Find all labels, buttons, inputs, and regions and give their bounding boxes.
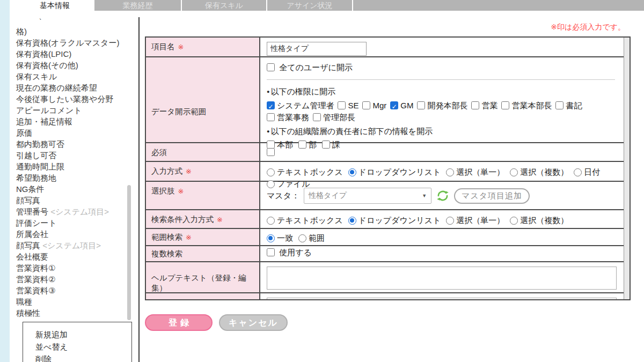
- sidebar-item[interactable]: 原価: [16, 127, 119, 138]
- sidebar-item[interactable]: 引越し可否: [16, 150, 119, 161]
- action-item[interactable]: 新規追加: [23, 328, 131, 341]
- radio-unchecked-icon[interactable]: [510, 168, 518, 176]
- radio-unchecked-icon[interactable]: [446, 168, 454, 176]
- checkbox-unchecked-icon[interactable]: [417, 101, 425, 109]
- sidebar-item[interactable]: 通勤時間上限: [16, 161, 119, 172]
- checkbox-unchecked-icon[interactable]: [322, 141, 330, 149]
- radio-unchecked-icon[interactable]: [298, 234, 306, 242]
- sidebar-item[interactable]: 積極性: [16, 307, 119, 319]
- checkbox-unchecked-icon[interactable]: [298, 141, 306, 149]
- sidebar-item[interactable]: 今後従事したい業務や分野: [16, 93, 119, 105]
- range-search-option[interactable]: 範囲: [298, 232, 325, 244]
- multi-search-option[interactable]: 使用する: [267, 248, 312, 258]
- item-name-input[interactable]: [267, 42, 367, 56]
- sidebar-item-label: 保有資格(オラクルマスター): [16, 38, 119, 47]
- sidebar-item[interactable]: アピールコメント: [16, 105, 119, 116]
- action-item[interactable]: 削除: [23, 353, 131, 362]
- required-mark: ※: [178, 187, 184, 195]
- sidebar-item[interactable]: 追加・補足情報: [16, 116, 119, 127]
- register-button[interactable]: 登録: [145, 314, 213, 331]
- sidebar-item[interactable]: 都内勤務可否: [16, 138, 119, 150]
- radio-unchecked-icon[interactable]: [446, 217, 454, 225]
- sidebar-item[interactable]: 営業資料①: [16, 262, 119, 274]
- role-option[interactable]: Mgr: [362, 100, 386, 112]
- checkbox-unchecked-icon[interactable]: [313, 113, 321, 121]
- sidebar-item[interactable]: 評価シート: [16, 217, 119, 228]
- role-option[interactable]: 管理部長: [313, 112, 355, 123]
- sidebar-scrollbar-thumb[interactable]: [127, 185, 131, 320]
- checkbox-checked-icon[interactable]: [267, 101, 275, 109]
- sidebar-item[interactable]: 保有資格(LPIC): [16, 48, 119, 60]
- sidebar-item[interactable]: 会社概要: [16, 251, 119, 262]
- radio-unchecked-icon[interactable]: [267, 217, 275, 225]
- checkbox-unchecked-icon[interactable]: [338, 101, 346, 109]
- sidebar-item[interactable]: 顔写真 <システム項目>: [16, 240, 119, 251]
- sidebar-item[interactable]: NG条件: [16, 183, 119, 195]
- search-input-method-option[interactable]: テキストボックス: [267, 215, 343, 226]
- checkbox-unchecked-icon[interactable]: [267, 113, 275, 121]
- sidebar-item[interactable]: 営業資料③: [16, 285, 119, 296]
- checkbox-unchecked-icon[interactable]: [267, 63, 275, 71]
- sidebar-item[interactable]: 現在の業務の継続希望: [16, 82, 119, 93]
- checkbox-unchecked-icon[interactable]: [471, 101, 479, 109]
- sidebar-item[interactable]: 保有資格(その他): [16, 60, 119, 71]
- input-method-option[interactable]: 選択（単一）: [446, 166, 504, 178]
- sidebar-item-label: 引越し可否: [16, 151, 56, 160]
- input-method-option[interactable]: 選択（複数）: [510, 166, 568, 178]
- checkbox-unchecked-icon[interactable]: [362, 101, 370, 109]
- role-option[interactable]: システム管理者: [267, 100, 334, 112]
- all-users-option[interactable]: 全てのユーザに開示: [267, 62, 353, 73]
- required-checkbox[interactable]: [267, 148, 275, 156]
- radio-unchecked-icon[interactable]: [267, 168, 275, 176]
- radio-unchecked-icon[interactable]: [510, 217, 518, 225]
- master-select[interactable]: 性格タイプ ▼: [304, 188, 431, 204]
- tab-basic-info[interactable]: 基本情報: [16, 0, 93, 11]
- sidebar-item[interactable]: 所属会社: [16, 228, 119, 240]
- sidebar-item-label: 格): [16, 27, 27, 36]
- checkbox-unchecked-icon[interactable]: [267, 248, 275, 256]
- add-master-item-button[interactable]: マスタ項目追加: [454, 188, 530, 204]
- checkbox-unchecked-icon[interactable]: [267, 141, 275, 149]
- sidebar-item[interactable]: 保有スキル: [16, 71, 119, 82]
- row-help-text: ヘルプテキスト（登録・編集）: [146, 262, 624, 293]
- role-option[interactable]: 開発本部長: [417, 100, 467, 112]
- input-method-option[interactable]: 日付: [574, 166, 600, 178]
- refresh-icon[interactable]: [436, 189, 450, 203]
- range-search-option[interactable]: 一致: [267, 232, 293, 244]
- radio-unchecked-icon[interactable]: [574, 168, 582, 176]
- radio-checked-icon[interactable]: [348, 217, 356, 225]
- search-input-method-option[interactable]: 選択（単一）: [446, 215, 504, 226]
- checkbox-checked-icon[interactable]: [390, 101, 398, 109]
- tab-work-history[interactable]: 業務経歴: [94, 0, 181, 11]
- input-method-option[interactable]: ドロップダウンリスト: [348, 166, 441, 178]
- sidebar-item[interactable]: 職種: [16, 296, 119, 307]
- radio-checked-icon[interactable]: [348, 168, 356, 176]
- tab-skills[interactable]: 保有スキル: [182, 0, 266, 11]
- role-option[interactable]: 書記: [555, 100, 582, 112]
- input-method-option[interactable]: テキストボックス: [267, 166, 343, 178]
- action-item[interactable]: 並べ替え: [23, 341, 131, 353]
- radio-checked-icon[interactable]: [267, 234, 275, 242]
- role-option[interactable]: GM: [390, 100, 413, 112]
- cancel-button[interactable]: キャンセル: [219, 314, 288, 331]
- checkbox-unchecked-icon[interactable]: [555, 101, 564, 109]
- option-label: 一致: [277, 233, 293, 242]
- radio-unchecked-icon[interactable]: [267, 180, 275, 188]
- form-scrollbar[interactable]: [624, 38, 630, 299]
- role-option[interactable]: SE: [338, 100, 358, 112]
- role-option[interactable]: 営業: [471, 100, 497, 112]
- sidebar-item[interactable]: 顔写真: [16, 195, 119, 206]
- sidebar-item[interactable]: 格): [16, 26, 119, 37]
- search-input-method-option[interactable]: ドロップダウンリスト: [348, 215, 441, 226]
- help-text-registration-textarea[interactable]: [267, 267, 617, 290]
- role-option[interactable]: 営業事務: [267, 112, 309, 123]
- sidebar-item[interactable]: 希望勤務地: [16, 172, 119, 183]
- sidebar-item[interactable]: 保有資格(オラクルマスター): [16, 37, 119, 48]
- role-option[interactable]: 営業本部長: [501, 100, 552, 112]
- search-input-method-option[interactable]: 選択（複数）: [510, 215, 568, 226]
- checkbox-unchecked-icon[interactable]: [501, 101, 509, 109]
- help-text-partial-textarea[interactable]: [267, 298, 617, 299]
- tab-assign-status[interactable]: アサイン状況: [267, 0, 352, 11]
- sidebar-item[interactable]: 管理番号 <システム項目>: [16, 206, 119, 217]
- sidebar-item[interactable]: 営業資料②: [16, 274, 119, 285]
